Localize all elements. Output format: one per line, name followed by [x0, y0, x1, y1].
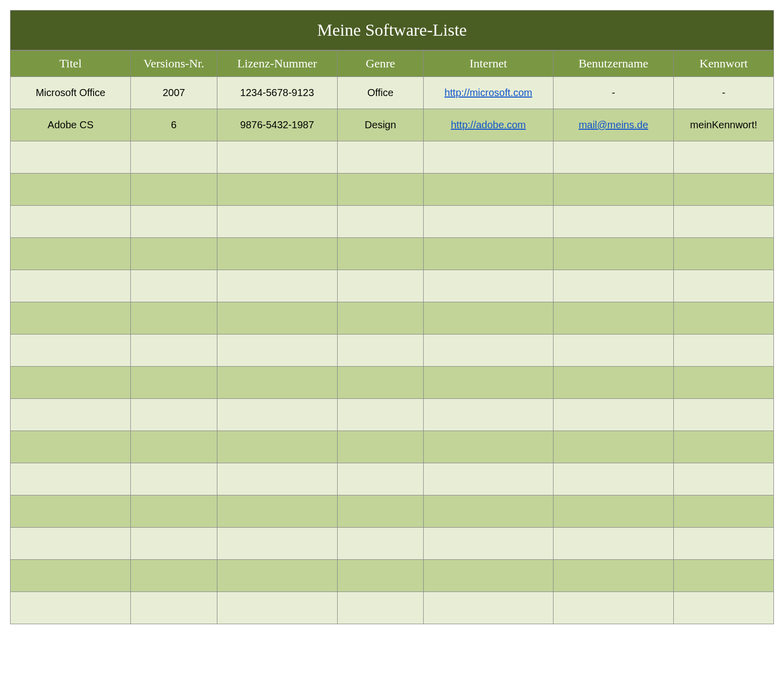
cell-pass	[674, 174, 774, 206]
cell-license	[217, 592, 337, 624]
table-row	[11, 431, 774, 463]
cell-internet	[424, 302, 554, 334]
link-internet[interactable]: http://microsoft.com	[444, 87, 532, 98]
cell-version	[131, 399, 217, 431]
cell-user	[553, 174, 673, 206]
cell-title	[11, 334, 131, 367]
cell-license	[217, 463, 337, 495]
cell-license	[217, 367, 337, 399]
column-header-license: Lizenz-Nummer	[217, 51, 337, 77]
cell-version	[131, 334, 217, 367]
table-row	[11, 560, 774, 592]
cell-internet	[424, 238, 554, 270]
cell-title	[11, 463, 131, 495]
cell-user	[553, 560, 673, 592]
cell-version	[131, 238, 217, 270]
cell-internet	[424, 431, 554, 463]
cell-pass	[674, 399, 774, 431]
cell-genre	[337, 592, 423, 624]
cell-title	[11, 141, 131, 174]
cell-license	[217, 238, 337, 270]
cell-version	[131, 431, 217, 463]
cell-title: Adobe CS	[11, 109, 131, 141]
software-list-container: Meine Software-Liste TitelVersions-Nr.Li…	[10, 10, 774, 624]
table-row: Adobe CS69876-5432-1987Designhttp://adob…	[11, 109, 774, 141]
cell-genre	[337, 367, 423, 399]
cell-title	[11, 528, 131, 560]
cell-genre	[337, 528, 423, 560]
column-header-pass: Kennwort	[674, 51, 774, 77]
cell-genre: Design	[337, 109, 423, 141]
cell-license	[217, 399, 337, 431]
cell-internet: http://microsoft.com	[424, 77, 554, 109]
table-row	[11, 206, 774, 238]
link-internet[interactable]: http://adobe.com	[451, 119, 526, 130]
cell-internet	[424, 270, 554, 302]
link-user[interactable]: mail@meins.de	[579, 119, 648, 130]
table-row	[11, 592, 774, 624]
cell-pass	[674, 302, 774, 334]
cell-genre	[337, 302, 423, 334]
cell-user	[553, 431, 673, 463]
cell-license	[217, 495, 337, 528]
cell-title	[11, 399, 131, 431]
table-row	[11, 141, 774, 174]
table-row	[11, 463, 774, 495]
cell-user	[553, 463, 673, 495]
cell-version	[131, 302, 217, 334]
cell-pass	[674, 270, 774, 302]
cell-license	[217, 302, 337, 334]
cell-title	[11, 206, 131, 238]
cell-genre: Office	[337, 77, 423, 109]
cell-internet	[424, 592, 554, 624]
cell-internet: http://adobe.com	[424, 109, 554, 141]
cell-title	[11, 302, 131, 334]
cell-internet	[424, 141, 554, 174]
cell-title: Microsoft Office	[11, 77, 131, 109]
cell-version	[131, 463, 217, 495]
cell-genre	[337, 399, 423, 431]
cell-internet	[424, 174, 554, 206]
cell-license	[217, 334, 337, 367]
cell-genre	[337, 334, 423, 367]
cell-version	[131, 528, 217, 560]
cell-license	[217, 431, 337, 463]
table-body: Microsoft Office20071234-5678-9123Office…	[11, 77, 774, 624]
cell-genre	[337, 238, 423, 270]
table-row	[11, 495, 774, 528]
cell-title	[11, 495, 131, 528]
cell-version: 6	[131, 109, 217, 141]
cell-user	[553, 367, 673, 399]
column-header-internet: Internet	[424, 51, 554, 77]
cell-title	[11, 270, 131, 302]
cell-pass	[674, 334, 774, 367]
cell-pass	[674, 592, 774, 624]
cell-internet	[424, 528, 554, 560]
cell-license: 1234-5678-9123	[217, 77, 337, 109]
table-row	[11, 528, 774, 560]
table-row: Microsoft Office20071234-5678-9123Office…	[11, 77, 774, 109]
cell-user	[553, 592, 673, 624]
cell-user	[553, 495, 673, 528]
cell-genre	[337, 174, 423, 206]
cell-pass	[674, 238, 774, 270]
cell-user	[553, 206, 673, 238]
cell-pass	[674, 431, 774, 463]
table-row	[11, 302, 774, 334]
cell-pass	[674, 528, 774, 560]
cell-license: 9876-5432-1987	[217, 109, 337, 141]
cell-title	[11, 174, 131, 206]
cell-pass	[674, 495, 774, 528]
cell-user	[553, 238, 673, 270]
cell-genre	[337, 463, 423, 495]
cell-internet	[424, 463, 554, 495]
cell-title	[11, 560, 131, 592]
cell-license	[217, 206, 337, 238]
cell-pass: -	[674, 77, 774, 109]
cell-license	[217, 528, 337, 560]
cell-genre	[337, 270, 423, 302]
cell-version	[131, 141, 217, 174]
cell-genre	[337, 431, 423, 463]
cell-version	[131, 495, 217, 528]
cell-license	[217, 141, 337, 174]
